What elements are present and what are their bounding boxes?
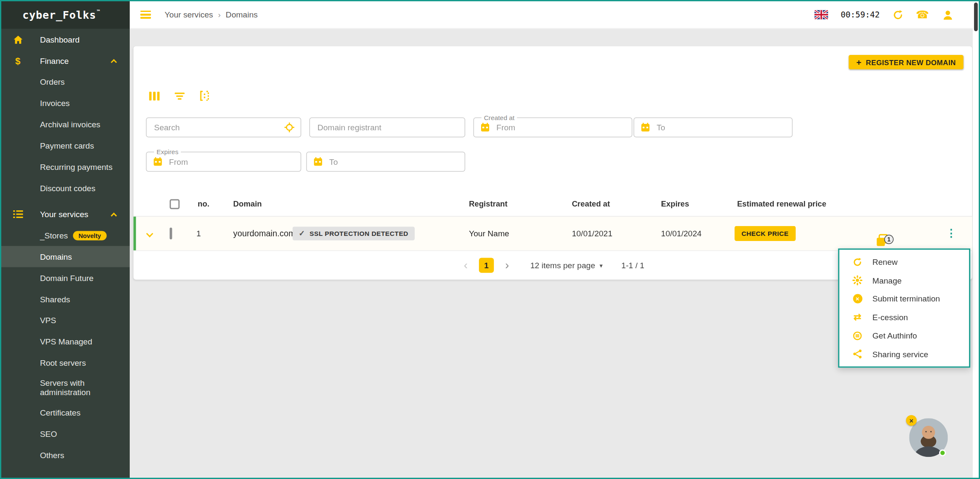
header-no: no. (198, 199, 209, 208)
brand-logo[interactable]: cyber_Folks™ (1, 1, 130, 29)
sidebar-item-finance[interactable]: $ Finance (1, 50, 130, 71)
cell-domain[interactable]: yourdomain.com (233, 229, 295, 238)
sidebar-item-certificates[interactable]: Certificates (1, 402, 130, 423)
sidebar-item-archival-invoices[interactable]: Archival invoices (1, 114, 130, 135)
created-from-input[interactable] (495, 122, 625, 133)
services-list-icon (12, 210, 23, 219)
ssl-protection-badge: ✓ SSL PROTECTION DETECTED (293, 227, 415, 240)
domain-registrant-input[interactable] (316, 122, 458, 133)
previous-page-icon[interactable]: ‹ (461, 258, 470, 272)
sidebar-item-dashboard[interactable]: Dashboard (1, 29, 130, 50)
created-to-input[interactable] (655, 122, 786, 133)
gear-icon (852, 275, 863, 285)
sidebar: cyber_Folks™ Dashboard $ Finance Orders … (1, 1, 130, 479)
sidebar-item-discount-codes[interactable]: Discount codes (1, 177, 130, 198)
calendar-icon[interactable] (480, 122, 490, 132)
next-page-icon[interactable]: › (503, 258, 512, 272)
sidebar-item-seo[interactable]: SEO (1, 423, 130, 445)
sidebar-item-domains[interactable]: Domains (1, 246, 130, 267)
topbar: Your services › Domains 00:59:42 (130, 1, 973, 29)
scrollbar-track[interactable] (973, 1, 979, 479)
sidebar-item-label: Root servers (40, 358, 86, 367)
search-field (146, 118, 301, 138)
sidebar-item-label: Recurring payments (40, 162, 113, 171)
menu-item-get-authinfo[interactable]: Get Authinfo (839, 327, 969, 345)
header-created-at[interactable]: Created at (572, 199, 610, 208)
sidebar-item-root-servers[interactable]: Root servers (1, 352, 130, 373)
sidebar-item-payment-cards[interactable]: Payment cards (1, 135, 130, 156)
brand-logo-text: cyber_Folks (23, 9, 96, 21)
chevron-up-icon (111, 212, 117, 219)
sidebar-item-stores[interactable]: _Stores Novelty (1, 225, 130, 246)
sidebar-item-shareds[interactable]: Shareds (1, 288, 130, 310)
scrollbar-thumb[interactable] (974, 3, 978, 31)
calendar-icon[interactable] (153, 157, 162, 166)
row-expander-chevron-down-icon[interactable] (146, 230, 154, 238)
transfer-arrows-icon: ⇄ (852, 312, 863, 323)
sidebar-item-recurring-payments[interactable]: Recurring payments (1, 156, 130, 178)
support-avatar[interactable]: × (909, 418, 948, 457)
account-icon[interactable] (942, 9, 954, 21)
search-input[interactable] (153, 122, 279, 133)
sidebar-item-vps-managed[interactable]: VPS Managed (1, 331, 130, 352)
menu-item-manage[interactable]: Manage (839, 271, 969, 290)
sidebar-item-vps[interactable]: VPS (1, 310, 130, 331)
share-icon (852, 349, 863, 359)
sidebar-item-label: Finance (40, 56, 69, 65)
menu-item-renew[interactable]: Renew (839, 253, 969, 271)
uk-flag-icon[interactable] (815, 10, 828, 20)
cell-expires: 10/01/2024 (661, 229, 701, 238)
row-actions-kebab-icon[interactable]: ⋮ (946, 228, 957, 239)
page-number-button[interactable]: 1 (479, 258, 494, 273)
expires-to-field (306, 152, 465, 172)
breadcrumb-parent[interactable]: Your services (165, 10, 213, 20)
menu-item-e-cession[interactable]: ⇄ E-cession (839, 308, 969, 327)
menu-item-sharing-service[interactable]: Sharing service (839, 345, 969, 363)
services-copy-icon[interactable]: 1 (875, 240, 889, 249)
registrant-field (309, 118, 465, 138)
check-price-button[interactable]: CHECK PRICE (735, 226, 795, 241)
sidebar-item-servers-with-administration[interactable]: Servers with administration (1, 373, 130, 402)
items-per-page-select[interactable]: 12 items per page ▾ (530, 261, 603, 270)
calendar-icon[interactable] (313, 157, 323, 166)
search-target-icon[interactable] (285, 122, 294, 132)
phone-icon[interactable]: ☎ (916, 9, 929, 20)
sidebar-item-label: _Stores (40, 231, 68, 240)
close-icon[interactable]: × (906, 415, 917, 426)
menu-item-label: Manage (872, 276, 902, 285)
filter-icon[interactable] (175, 92, 185, 100)
table-row: 1 yourdomain.com ✓ SSL PROTECTION DETECT… (134, 217, 972, 251)
sidebar-item-others[interactable]: Others (1, 445, 130, 466)
sidebar-item-label: Your services (40, 209, 88, 219)
refresh-icon[interactable] (892, 9, 903, 20)
register-new-domain-button[interactable]: + REGISTER NEW DOMAIN (849, 55, 963, 69)
export-columns-icon[interactable] (199, 91, 209, 101)
sidebar-item-invoices[interactable]: Invoices (1, 92, 130, 114)
cell-created-at: 10/01/2021 (572, 229, 612, 238)
sidebar-item-label: Dashboard (40, 34, 80, 44)
calendar-icon[interactable] (641, 122, 650, 132)
breadcrumb-separator-icon: › (218, 10, 221, 20)
expires-from-input[interactable] (168, 156, 294, 167)
sidebar-item-your-services[interactable]: Your services (1, 204, 130, 225)
menu-item-label: Renew (872, 257, 897, 267)
hamburger-menu-icon[interactable] (140, 11, 151, 19)
ssl-protection-label: SSL PROTECTION DETECTED (310, 230, 408, 238)
page-range-label: 1-1 / 1 (621, 261, 644, 270)
sidebar-item-label: Certificates (40, 408, 80, 417)
table-header: no. Domain Registrant Created at Expires… (134, 192, 972, 217)
header-domain[interactable]: Domain (233, 199, 262, 208)
row-checkbox[interactable] (170, 227, 172, 239)
columns-view-icon[interactable] (149, 91, 160, 100)
chevron-up-icon (111, 59, 117, 66)
novelty-badge: Novelty (73, 231, 106, 240)
sidebar-item-label: Servers with administration (40, 378, 97, 397)
domains-panel: + REGISTER NEW DOMAIN Created at (134, 46, 972, 280)
sort-ascending-icon[interactable]: ↑ (661, 199, 665, 208)
expires-to-input[interactable] (328, 156, 458, 167)
select-all-checkbox[interactable] (170, 199, 179, 209)
sidebar-item-domain-future[interactable]: Domain Future (1, 267, 130, 289)
header-registrant[interactable]: Registrant (469, 199, 508, 208)
menu-item-submit-termination[interactable]: × Submit termination (839, 290, 969, 308)
sidebar-item-orders[interactable]: Orders (1, 71, 130, 92)
